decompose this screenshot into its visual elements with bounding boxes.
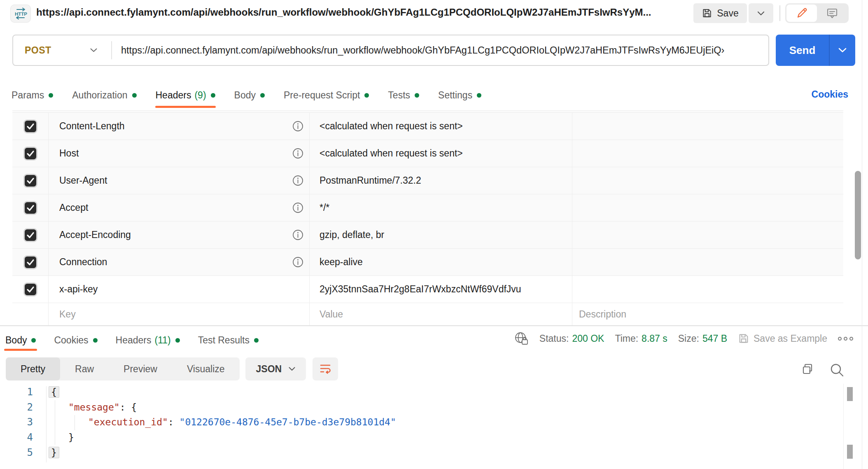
header-value-cell[interactable]: */* [310,194,572,221]
check-icon [26,176,35,186]
modified-dot [93,338,98,343]
response-tab-body[interactable]: Body [5,329,36,351]
header-description-cell[interactable] [572,113,843,140]
tab-authorization[interactable]: Authorization [72,82,136,108]
tab-headers[interactable]: Headers (9) [156,82,215,108]
postman-app: HTTP https://api.connect.fylamynt.com/ap… [0,0,868,469]
save-options-button[interactable] [749,3,773,23]
gutter-divider [46,386,47,462]
line-number: 5 [0,447,33,458]
send-options-button[interactable] [830,35,855,66]
header-row-accept: Accept */* [12,194,843,222]
tab-body[interactable]: Body [234,82,265,108]
toolbar-divider [779,5,780,21]
save-button[interactable]: Save [693,3,747,23]
header-row-content-length: Content-Length <calculated when request … [12,113,843,140]
header-key-cell[interactable]: Host [49,140,310,167]
time-badge[interactable]: Time: 8.87 s [615,333,667,344]
header-checkbox[interactable] [23,228,37,242]
header-checkbox[interactable] [23,201,37,215]
header-row-connection: Connection keep-alive [12,249,843,276]
size-badge[interactable]: Size: 547 B [678,333,727,344]
header-value-cell[interactable]: <calculated when request is sent> [310,140,572,167]
chevron-down-icon [289,367,295,371]
header-description-cell[interactable] [572,249,843,275]
header-checkbox[interactable] [23,174,37,188]
modified-dot [254,338,259,343]
comments-button[interactable] [817,5,847,22]
header-description-cell[interactable] [572,222,843,248]
view-tab-preview[interactable]: Preview [109,357,172,380]
chevron-down-icon [90,48,97,52]
overview-ruler-mark[interactable] [847,445,853,459]
header-row-user-agent: User-Agent PostmanRuntime/7.32.2 [12,167,843,194]
header-value-cell[interactable]: keep-alive [310,249,572,275]
copy-response-button[interactable] [798,361,817,380]
header-value-cell[interactable]: Value [310,303,572,325]
header-key-cell[interactable]: User-Agent [49,167,310,194]
view-tab-pretty[interactable]: Pretty [6,357,60,380]
wrap-text-button[interactable] [313,357,338,380]
url-input[interactable]: https://api.connect.fylamynt.com/api/web… [112,45,768,56]
modified-dot [260,93,265,98]
header-description-cell[interactable]: Description [572,303,843,325]
status-badge[interactable]: Status: 200 OK [539,333,604,344]
wrap-text-icon [319,363,331,375]
header-checkbox[interactable] [23,147,37,161]
tab-tests[interactable]: Tests [388,82,419,108]
send-button[interactable]: Send [776,35,830,66]
method-label: POST [25,45,51,56]
response-tab-test-results[interactable]: Test Results [198,329,259,351]
header-description-cell[interactable] [572,276,843,303]
overview-ruler-border [843,384,844,469]
modified-dot [31,338,36,343]
method-selector[interactable]: POST [13,45,111,56]
fold-marker[interactable]: } [49,447,59,458]
overview-ruler-mark[interactable] [847,387,853,401]
header-description-cell[interactable] [572,194,843,221]
view-tab-visualize[interactable]: Visualize [172,357,240,380]
response-tabs: Body Cookies Headers (11) Test Results [5,329,259,351]
header-value-cell[interactable]: 2yjX35tnnSaa7Hr2g8EaI7rWxbzcNtWf69VdfJvu [310,276,572,303]
response-tab-cookies[interactable]: Cookies [54,329,97,351]
header-value-cell[interactable]: PostmanRuntime/7.32.2 [310,167,572,194]
search-response-button[interactable] [828,361,847,380]
check-icon [26,121,35,131]
modified-dot [175,338,180,343]
modified-dot [49,93,53,98]
modified-dot [477,93,481,98]
more-options-icon[interactable] [838,337,853,341]
save-as-example-button[interactable]: Save as Example [738,333,827,344]
line-number: 3 [0,416,33,428]
fold-marker[interactable]: { [49,386,59,398]
header-key-cell[interactable]: x-api-key [49,276,310,303]
headers-table: Content-Length <calculated when request … [12,110,843,325]
header-value-cell[interactable]: <calculated when request is sent> [310,113,572,140]
format-select[interactable]: JSON [245,357,306,380]
tab-pre-request-script[interactable]: Pre-request Script [284,82,369,108]
response-tab-headers[interactable]: Headers (11) [116,329,180,351]
view-tab-raw[interactable]: Raw [60,357,109,380]
header-key-cell[interactable]: Accept [49,194,310,221]
header-description-cell[interactable] [572,167,843,194]
header-key-cell[interactable]: Content-Length [49,113,310,140]
tab-params[interactable]: Params [12,82,53,108]
header-key-cell[interactable]: Key [49,303,310,325]
edit-mode-button[interactable] [786,5,817,22]
header-key-cell[interactable]: Accept-Encoding [49,222,310,248]
vertical-scrollbar[interactable] [855,171,861,259]
request-tabs: Params Authorization Headers (9) Body Pr… [12,82,481,108]
header-description-cell[interactable] [572,140,843,167]
header-checkbox[interactable] [23,255,37,269]
pencil-icon [796,7,808,19]
tab-settings[interactable]: Settings [438,82,481,108]
window-edge-divider [862,0,862,469]
header-key-cell[interactable]: Connection [49,249,310,275]
check-icon [26,257,35,267]
http-request-icon: HTTP [10,5,31,23]
response-body-code[interactable]: 1 { 2 "message": { 3 "execution_id": "01… [0,385,843,460]
header-checkbox[interactable] [23,119,37,133]
header-checkbox[interactable] [23,282,37,296]
cookies-link[interactable]: Cookies [812,89,848,100]
header-value-cell[interactable]: gzip, deflate, br [310,222,572,248]
